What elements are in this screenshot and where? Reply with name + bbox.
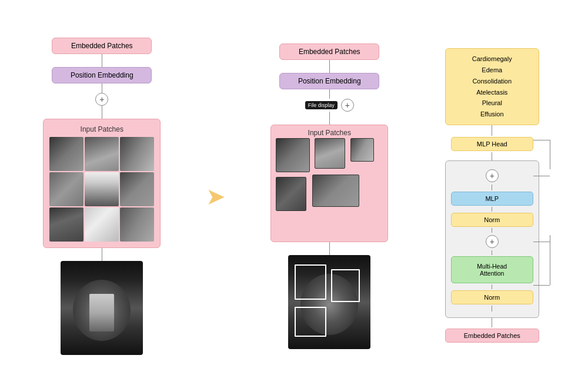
col2-embedded-patches-label: Embedded Patches [299,48,360,56]
transformer-encoder-block: + MLP Norm + [445,160,539,318]
col1-xray-image [61,261,143,355]
col2-input-patches-label: Input Patches [271,129,387,137]
bbox-1 [295,264,326,300]
patch-cell-4 [49,172,83,206]
patch-cell-5 [85,172,119,206]
col1-conn2 [102,83,102,93]
col2-xray-image [288,255,370,349]
col3-in-conn1 [492,185,492,190]
col3-in-conn4 [492,250,492,255]
column-1: Embedded Patches Position Embedding + In… [31,38,172,355]
col1-input-patches-label: Input Patches [49,125,154,133]
scattered-patch-4 [276,177,306,211]
patch-cell-2 [85,137,119,171]
col3-norm2: Norm [451,290,533,304]
patch-cell-3 [120,137,154,171]
col2-embedded-patches: Embedded Patches [279,43,379,60]
col1-embedded-patches: Embedded Patches [52,38,152,54]
column-3: Cardiomegaly Edema Consolidation Atelect… [427,48,557,343]
col1-embedded-patches-label: Embedded Patches [71,42,133,50]
col3-in-conn2 [492,207,492,212]
col3-plus-top: + [486,169,499,182]
skip-line-right-bottom [533,242,550,242]
scattered-patch-3 [350,138,374,162]
col3-mlp: MLP [451,192,533,206]
col3-mlp-head: MLP Head [451,137,533,151]
skip-line-vert-top [550,140,550,169]
output-atelectasis: Atelectasis [453,87,532,98]
col3-plus-bottom: + [486,235,499,248]
output-consolidation: Consolidation [453,76,532,87]
skip-line-vert-bottom [550,235,550,285]
col2-conn4 [329,242,330,255]
col3-norm2-label: Norm [484,294,500,301]
col1-patch-grid [49,137,154,242]
col3-embedded-patches: Embedded Patches [445,329,539,343]
col3-norm1: Norm [451,213,533,227]
col3-mlp-label: MLP [485,195,499,202]
output-cardiomegaly: Cardiomegaly [453,53,532,65]
col2-plus-row: File display + [305,99,354,112]
skip-connection-bottom: + [451,235,533,248]
col2-position-embedding-label: Position Embedding [298,77,361,85]
output-edema: Edema [453,65,532,76]
col1-position-embedding: Position Embedding [52,67,152,83]
patch-cell-9 [120,207,154,242]
col2-conn2 [329,89,330,99]
col3-norm1-label: Norm [484,216,500,223]
output-effusion: Effusion [453,109,532,120]
scattered-patch-1 [276,138,310,172]
col3-mha-label: Multi-Head Attention [477,263,507,277]
col3-in-conn6 [492,306,492,311]
col3-conn3 [492,318,492,327]
file-display-label: File display [308,102,335,108]
scattered-patch-5 [312,175,359,207]
col2-input-patches-container: Input Patches [270,125,388,242]
patch-cell-8 [85,207,119,242]
col3-conn1 [492,125,492,136]
col3-mha: Multi-Head Attention [451,256,533,283]
output-pleural: Pleural [453,98,532,109]
bbox-3 [295,307,326,337]
col3-embedded-patches-label: Embedded Patches [464,332,520,339]
col2-conn3 [329,112,330,125]
col3-output-labels: Cardiomegaly Edema Consolidation Atelect… [445,48,539,125]
col3-in-conn5 [492,284,492,289]
column-2: Embedded Patches Position Embedding File… [259,43,400,349]
main-diagram: Embedded Patches Position Embedding + In… [0,0,588,392]
col2-plus: + [341,99,354,112]
patch-cell-7 [49,207,83,242]
col1-conn3 [102,106,102,119]
col1-plus: + [95,93,108,106]
patch-cell-1 [49,137,83,171]
col1-input-patches-container: Input Patches [43,119,161,248]
skip-line-right-top [533,176,550,176]
patch-cell-6 [120,172,154,206]
right-arrow: ➤ [206,183,226,210]
file-display-badge: File display [305,101,338,109]
col3-content: Cardiomegaly Edema Consolidation Atelect… [445,48,539,343]
col1-conn1 [102,54,102,67]
scattered-patch-2 [315,138,345,169]
col3-conn2 [492,152,492,160]
skip-line-back-top [533,140,550,140]
col2-position-embedding: Position Embedding [279,73,379,89]
col2-conn1 [329,60,330,73]
bbox-2 [331,269,360,302]
col1-conn4 [102,248,102,261]
col3-mlp-head-label: MLP Head [477,140,507,148]
skip-line-back-bottom [533,285,550,286]
col1-position-embedding-label: Position Embedding [71,71,133,79]
col3-in-conn3 [492,228,492,233]
skip-connection-top: + [451,169,533,182]
